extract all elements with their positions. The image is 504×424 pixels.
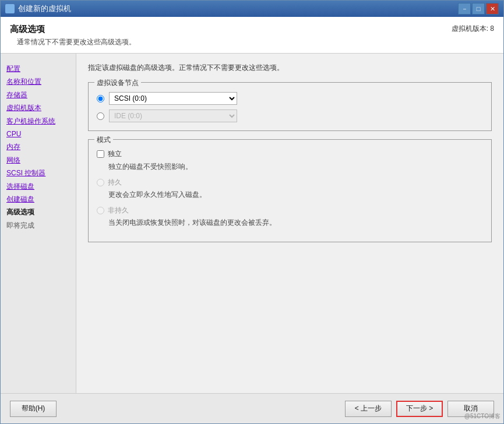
nonpersistent-radio-row: 非持久 [97,206,483,215]
main-content: 指定该虚拟磁盘的高级选项。正常情况下不需要更改这些选项。 虚拟设备节点 SCSI… [76,54,503,393]
sidebar-item-guest-os[interactable]: 客户机操作系统 [6,115,70,127]
header-version: 虚拟机版本: 8 [452,24,494,34]
independent-desc: 独立的磁盘不受快照影响。 [108,161,483,172]
sidebar-item-network[interactable]: 网络 [6,154,70,166]
window-title: 创建新的虚拟机 [18,3,458,14]
sidebar-item-finish: 即将完成 [6,220,70,231]
minimize-button[interactable]: － [458,3,471,15]
title-bar: 创建新的虚拟机 － □ ✕ [1,1,503,17]
virtual-device-node-title: 虚拟设备节点 [94,78,141,88]
independent-label: 独立 [108,149,122,159]
main-window: 创建新的虚拟机 － □ ✕ 高级选项 通常情况下不需要更改这些高级选项。 虚拟机… [0,0,504,424]
sidebar-item-storage[interactable]: 存储器 [6,89,70,101]
nonpersistent-radio[interactable] [97,207,104,214]
maximize-button[interactable]: □ [472,3,485,15]
scsi-radio[interactable] [97,95,104,103]
sidebar-item-select-disk[interactable]: 选择磁盘 [6,181,70,192]
next-button[interactable]: 下一步 > [396,401,443,417]
sidebar-item-name-location[interactable]: 名称和位置 [6,76,70,87]
ide-radio-row: IDE (0:0) [97,109,483,122]
sidebar-item-vm-version[interactable]: 虚拟机版本 [6,102,70,114]
sidebar-item-cpu[interactable]: CPU [6,128,70,140]
virtual-device-node-group: 虚拟设备节点 SCSI (0:0) IDE (0:0) [88,82,492,131]
window-icon [5,4,15,13]
help-button[interactable]: 帮助(H) [10,401,57,417]
mode-title: 模式 [94,135,113,145]
footer-left: 帮助(H) [10,401,345,417]
main-description: 指定该虚拟磁盘的高级选项。正常情况下不需要更改这些选项。 [88,63,492,73]
mode-group: 模式 独立 独立的磁盘不受快照影响。 持久 更改会立即永久性地写入磁盘。 非持久 [88,139,492,242]
nonpersistent-label: 非持久 [108,206,129,215]
body: 配置 名称和位置 存储器 虚拟机版本 客户机操作系统 CPU 内存 网络 SCS… [1,54,503,393]
independent-checkbox-row: 独立 [97,149,483,159]
persistent-radio-row: 持久 [97,178,483,188]
ide-select[interactable]: IDE (0:0) [109,109,237,122]
sidebar-item-advanced: 高级选项 [6,206,70,218]
sidebar-item-create-disk[interactable]: 创建磁盘 [6,193,70,205]
persistent-label: 持久 [108,178,122,188]
sidebar-item-config[interactable]: 配置 [6,63,70,75]
persistent-desc: 更改会立即永久性地写入磁盘。 [108,189,483,200]
title-bar-controls: － □ ✕ [458,3,499,15]
persistent-radio[interactable] [97,179,104,186]
watermark: @51CTO博客 [464,412,501,421]
close-button[interactable]: ✕ [486,3,499,15]
header-subtitle: 通常情况下不需要更改这些高级选项。 [17,37,136,47]
nonpersistent-desc: 当关闭电源或恢复快照时，对该磁盘的更改会被丢弃。 [108,217,483,228]
independent-checkbox[interactable] [97,150,104,158]
scsi-select[interactable]: SCSI (0:0) [109,92,237,105]
ide-radio[interactable] [97,112,104,120]
scsi-radio-row: SCSI (0:0) [97,92,483,105]
sidebar-item-scsi[interactable]: SCSI 控制器 [6,167,70,179]
header-left: 高级选项 通常情况下不需要更改这些高级选项。 [10,24,136,47]
header: 高级选项 通常情况下不需要更改这些高级选项。 虚拟机版本: 8 [1,17,503,54]
sidebar: 配置 名称和位置 存储器 虚拟机版本 客户机操作系统 CPU 内存 网络 SCS… [1,54,76,393]
header-title: 高级选项 [10,24,136,35]
footer: 帮助(H) < 上一步 下一步 > 取消 [1,393,503,423]
sidebar-item-memory[interactable]: 内存 [6,141,70,153]
prev-button[interactable]: < 上一步 [345,401,392,417]
